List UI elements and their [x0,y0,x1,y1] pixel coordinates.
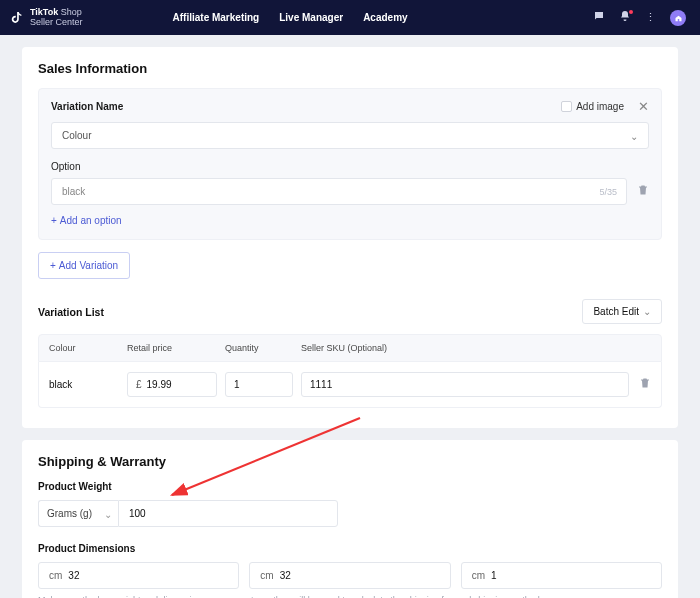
brand-sub: Seller Center [30,18,83,27]
nav-link-academy[interactable]: Academy [363,12,407,23]
add-image-toggle[interactable]: Add image [561,101,624,113]
sales-info-card: Sales Information Variation Name Add ima… [22,47,678,428]
variation-name-select[interactable]: Colour ⌄ [51,122,649,149]
batch-edit-label: Batch Edit [593,306,639,317]
nav-link-live[interactable]: Live Manager [279,12,343,23]
avatar[interactable] [670,10,686,26]
qty-value: 1 [234,379,240,390]
chevron-down-icon: ⌄ [104,508,112,519]
weight-unit-select[interactable]: Grams (g) ⌄ [38,500,118,527]
trash-icon[interactable] [637,184,649,199]
variation-name-label: Variation Name [51,101,123,112]
bell-icon[interactable] [619,10,631,25]
chevron-down-icon: ⌄ [630,130,638,141]
nav-link-affiliate[interactable]: Affiliate Marketing [173,12,260,23]
dim-height-input[interactable]: cm 1 [461,562,662,589]
currency: £ [136,379,142,390]
col-sku: Seller SKU (Optional) [301,343,629,353]
col-colour: Colour [49,343,127,353]
shipping-title: Shipping & Warranty [38,454,662,469]
dim-length-value: 32 [68,570,79,581]
nav-right: ⋮ [593,10,686,26]
option-input[interactable]: black [51,178,627,205]
add-option-link[interactable]: + Add an option [51,215,122,226]
add-option-label: Add an option [60,215,122,226]
chat-icon[interactable] [593,10,605,25]
add-image-label: Add image [576,101,624,112]
option-value: black [62,186,85,197]
kebab-icon[interactable]: ⋮ [645,11,656,24]
brand[interactable]: TikTok Shop Seller Center [10,8,83,27]
notification-dot-icon [629,10,633,14]
plus-icon: + [50,260,56,271]
batch-edit-button[interactable]: Batch Edit ⌄ [582,299,662,324]
variation-list-title: Variation List [38,306,104,318]
top-nav: TikTok Shop Seller Center Affiliate Mark… [0,0,700,35]
weight-label: Product Weight [38,481,662,492]
dimensions-row: cm 32 cm 32 cm 1 [38,562,662,589]
chevron-down-icon: ⌄ [643,306,651,317]
variation-box: Variation Name Add image ✕ Colour ⌄ Opti… [38,88,662,240]
add-variation-label: Add Variation [59,260,118,271]
dim-unit: cm [260,570,273,581]
dim-length-input[interactable]: cm 32 [38,562,239,589]
option-label: Option [51,161,649,172]
col-price: Retail price [127,343,217,353]
add-image-group: Add image ✕ [561,99,649,114]
table-row: black £ 19.99 1 1111 [38,362,662,408]
option-counter: 5/35 [599,187,617,197]
price-value: 19.99 [147,379,172,390]
dim-unit: cm [472,570,485,581]
brand-top: TikTok [30,7,58,17]
weight-unit-value: Grams (g) [47,508,92,519]
add-variation-button[interactable]: + Add Variation [38,252,130,279]
trash-icon[interactable] [639,378,651,392]
brand-text: TikTok Shop Seller Center [30,8,83,27]
weight-row: Grams (g) ⌄ 100 [38,500,662,527]
nav-links: Affiliate Marketing Live Manager Academy [173,12,408,23]
weight-value: 100 [129,508,146,519]
sales-info-title: Sales Information [38,61,662,76]
close-icon[interactable]: ✕ [638,99,649,114]
dim-width-input[interactable]: cm 32 [249,562,450,589]
cell-colour: black [49,379,127,390]
dim-unit: cm [49,570,62,581]
dimensions-label: Product Dimensions [38,543,662,554]
sku-value: 1111 [310,379,332,390]
sku-input[interactable]: 1111 [301,372,629,397]
option-row: black 5/35 [51,178,649,205]
brand-shop: Shop [61,7,82,17]
variation-table-header: Colour Retail price Quantity Seller SKU … [38,334,662,362]
weight-input[interactable]: 100 [118,500,338,527]
tiktok-icon [10,11,24,25]
qty-input[interactable]: 1 [225,372,293,397]
dim-height-value: 1 [491,570,497,581]
plus-icon: + [51,215,57,226]
shipping-card: Shipping & Warranty Product Weight Grams… [22,440,678,598]
variation-name-value: Colour [62,130,91,141]
col-qty: Quantity [225,343,293,353]
add-image-checkbox[interactable] [561,101,572,112]
price-input[interactable]: £ 19.99 [127,372,217,397]
dim-width-value: 32 [280,570,291,581]
